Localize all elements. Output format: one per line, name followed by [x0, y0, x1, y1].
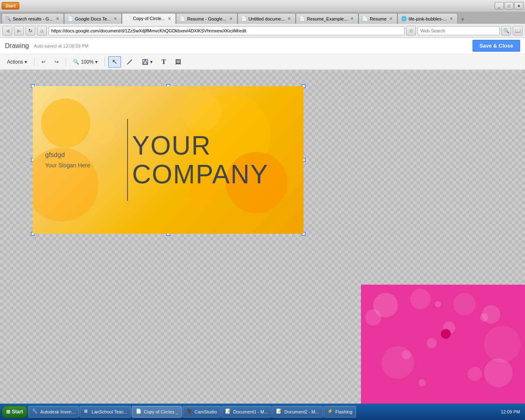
pbubble-8	[427, 338, 437, 348]
taskbar-item-camstudio[interactable]: 🎥 CamStudio	[183, 406, 220, 418]
taskbar-item-doc2-label: Document2 - M...	[284, 409, 319, 414]
card-content: gfsdgd Your Slogan Here YOUR COMPANY	[33, 86, 304, 234]
tab-close-icon[interactable]: ✕	[448, 16, 454, 22]
selected-image[interactable]: gfsdgd Your Slogan Here YOUR COMPANY	[33, 86, 304, 234]
home-button[interactable]: ⌂	[37, 26, 47, 36]
tab-resume-google[interactable]: 📄 Resume - Google... ✕	[176, 13, 237, 24]
tab-resume-example[interactable]: 📄 Resume_Example... ✕	[296, 13, 358, 24]
svg-marker-2	[143, 59, 148, 64]
tab-life-pink-bubbles[interactable]: 🌐 life-pink-bubbles-... ✕	[397, 13, 458, 24]
pbubble-11	[480, 313, 488, 322]
tab-untitled-doc[interactable]: 📄 Untitled docume... ✕	[237, 13, 296, 24]
taskbar-item-lanschool-label: LanSchool Teac...	[91, 409, 127, 414]
tab-label: Copy of Circle...	[133, 16, 165, 21]
line-tool-button[interactable]	[123, 56, 137, 68]
redo-icon: ↪	[55, 59, 59, 65]
tab-google-docs[interactable]: 📄 Google Docs Te... ✕	[64, 13, 122, 24]
tab-close-icon[interactable]: ✕	[286, 16, 292, 22]
toolbar-separator-1	[34, 57, 34, 66]
undo-icon: ↩	[41, 59, 46, 65]
page-content: Copy of Circle File Edit RB Share ⇧ 🖨 ↩	[0, 38, 525, 420]
tab-close-icon[interactable]: ✕	[55, 16, 60, 22]
firefox-button[interactable]: Start	[2, 2, 19, 9]
line-icon	[126, 59, 133, 65]
card-slogan: Your Slogan Here	[45, 162, 123, 169]
zoom-button[interactable]: 🔍 100% ▾	[69, 56, 101, 68]
shape-dropdown-icon: ▾	[150, 59, 153, 65]
tab-close-icon[interactable]: ✕	[167, 16, 172, 21]
taskbar-item-doc1[interactable]: 📝 Document1 - M...	[221, 406, 272, 418]
lanschool-icon: 🖥	[83, 409, 90, 415]
toolbar-separator-3	[105, 57, 105, 66]
card-company-line1: YOUR	[132, 131, 269, 160]
save-close-button[interactable]: Save & Close	[472, 40, 520, 52]
zoom-dropdown-icon: ▾	[95, 59, 98, 65]
window-controls: _ □ ✕	[495, 2, 523, 9]
forward-button[interactable]: ▶	[14, 26, 24, 36]
actions-dropdown-icon: ▾	[25, 59, 27, 65]
search-go-button[interactable]: 🔍	[501, 26, 511, 36]
actions-button[interactable]: Actions ▾	[3, 56, 31, 68]
url-input[interactable]	[48, 26, 404, 35]
taskbar-item-doc2[interactable]: 📝 Document2 - M...	[272, 406, 322, 418]
taskbar-clock: 12:09 PM	[498, 409, 523, 414]
card-company: YOUR COMPANY	[132, 131, 269, 189]
search-input[interactable]	[418, 26, 500, 35]
shape-tool-button[interactable]: ▾	[138, 56, 156, 68]
text-icon: T	[162, 58, 166, 66]
redo-button[interactable]: ↪	[51, 56, 62, 68]
tab-close-icon[interactable]: ✕	[228, 16, 234, 22]
cursor-icon: ↖	[112, 58, 117, 66]
back-button[interactable]: ◀	[2, 26, 12, 36]
drawing-title-section: Drawing Auto-saved at 12:08:59 PM	[5, 42, 89, 50]
maximize-button[interactable]: □	[504, 2, 514, 9]
tab-favicon: 🔍	[5, 16, 11, 22]
taskbar-item-flashing-label: Flashing	[336, 409, 353, 414]
taskbar-item-copy-circles-label: Copy of Circles _	[144, 409, 178, 414]
drawing-canvas[interactable]: gfsdgd Your Slogan Here YOUR COMPANY	[0, 70, 525, 404]
select-tool-button[interactable]: ↖	[108, 56, 121, 68]
image-tool-button[interactable]: 🖼	[171, 56, 185, 68]
taskbar-item-doc1-label: Document1 - M...	[233, 409, 268, 414]
taskbar-item-flashing[interactable]: ⚡ Flashing	[324, 406, 356, 418]
windows-icon: ⊞	[6, 409, 10, 415]
text-tool-button[interactable]: T	[158, 56, 170, 68]
tab-close-icon[interactable]: ✕	[112, 16, 118, 22]
pbubble-4	[410, 289, 431, 309]
actions-label: Actions	[7, 59, 23, 65]
tab-favicon: 📄	[362, 16, 368, 22]
minimize-button[interactable]: _	[495, 2, 504, 9]
taskbar-item-copy-circles[interactable]: 📄 Copy of Circles _	[132, 406, 182, 418]
tab-copy-of-circle[interactable]: 📄 Copy of Circle... ✕	[122, 13, 176, 24]
tab-close-icon[interactable]: ✕	[349, 16, 355, 22]
bookmark-button[interactable]: ☆	[406, 26, 416, 36]
address-bar: ◀ ▶ ↻ ⌂ ☆ 🔍 📖	[0, 24, 525, 38]
start-label: Start	[12, 409, 23, 415]
tab-resume[interactable]: 📄 Resume ✕	[358, 13, 397, 24]
autodesk-icon: 🔧	[32, 409, 39, 415]
tab-label: Search results - G...	[13, 16, 53, 21]
close-button[interactable]: ✕	[514, 2, 523, 9]
bookmarks-button[interactable]: 📖	[513, 26, 523, 36]
tab-search-results[interactable]: 🔍 Search results - G... ✕	[2, 13, 64, 24]
zoom-label: 100%	[81, 59, 94, 65]
taskbar-item-lanschool[interactable]: 🖥 LanSchool Teac...	[80, 406, 131, 418]
new-tab-button[interactable]: +	[458, 15, 468, 24]
drawing-overlay: Drawing Auto-saved at 12:08:59 PM Save &…	[0, 38, 525, 404]
image-icon: 🖼	[175, 59, 181, 65]
start-button[interactable]: ⊞ Start	[2, 406, 27, 418]
pbubble-15	[418, 379, 426, 386]
svg-line-0	[127, 59, 132, 64]
tab-label: Resume	[370, 16, 386, 21]
taskbar-item-autodesk[interactable]: 🔧 Autodesk Inven...	[28, 406, 79, 418]
pbubble-13	[435, 301, 441, 307]
clock-time: 12:09 PM	[501, 409, 520, 414]
tab-close-icon[interactable]: ✕	[388, 16, 394, 22]
tab-label: Untitled docume...	[249, 16, 285, 21]
card-divider	[127, 119, 128, 201]
undo-button[interactable]: ↩	[38, 56, 49, 68]
drawing-header: Drawing Auto-saved at 12:08:59 PM Save &…	[0, 38, 525, 54]
reload-button[interactable]: ↻	[25, 26, 35, 36]
flashing-icon: ⚡	[327, 409, 334, 415]
tab-favicon: 📄	[126, 16, 131, 21]
